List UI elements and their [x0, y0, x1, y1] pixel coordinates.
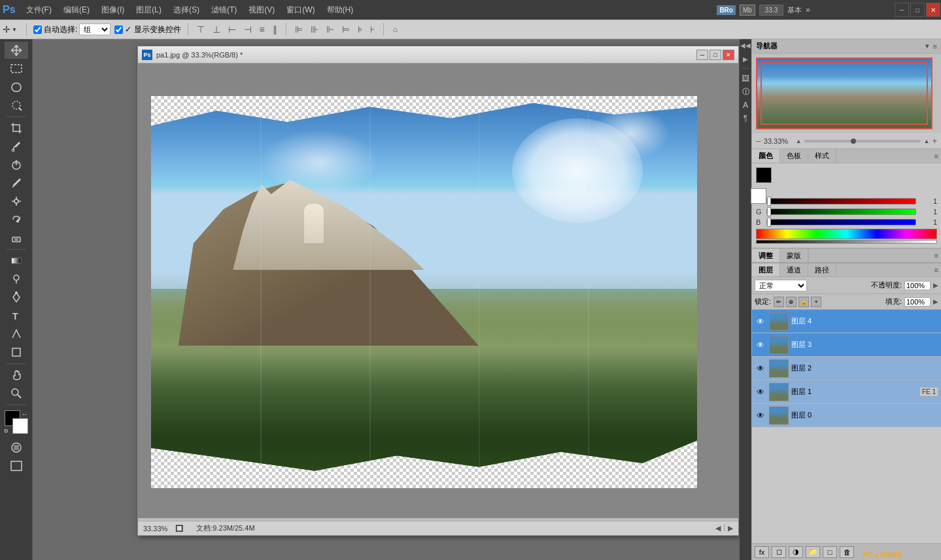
- layer-item-0[interactable]: 👁 图层 0: [752, 404, 941, 427]
- navigator-strip-icon[interactable]: 🖼: [742, 74, 749, 83]
- layer-item-4[interactable]: 👁 图层 4: [752, 310, 941, 333]
- menu-image[interactable]: 图像(I): [96, 3, 129, 17]
- color-spectrum[interactable]: [756, 229, 937, 239]
- distrib-left-btn[interactable]: ⊫: [293, 24, 305, 35]
- distrib-center-btn[interactable]: ⊪: [309, 24, 320, 35]
- quick-mask-btn[interactable]: [5, 439, 28, 456]
- tab-color[interactable]: 颜色: [752, 149, 780, 163]
- screen-mode-btn[interactable]: [5, 457, 28, 474]
- align-hcenter-btn[interactable]: ≡: [258, 24, 267, 35]
- spot-heal-tool[interactable]: [5, 156, 28, 173]
- eyedropper-tool[interactable]: [5, 138, 28, 155]
- move-tool-icon[interactable]: ✛: [3, 24, 10, 35]
- pen-tool[interactable]: [5, 289, 28, 306]
- move-tool[interactable]: [5, 42, 28, 59]
- gradient-tool[interactable]: [5, 252, 28, 269]
- zoom-out-icon[interactable]: ─: [756, 137, 761, 145]
- lasso-tool[interactable]: [5, 78, 28, 95]
- fill-input[interactable]: [904, 297, 931, 306]
- menu-layer[interactable]: 图层(L): [131, 3, 167, 17]
- mini-bridge-icon[interactable]: Mb: [740, 5, 755, 16]
- align-bottom-btn[interactable]: ⊢: [226, 24, 238, 35]
- doc-close-btn[interactable]: ✕: [723, 50, 734, 60]
- distrib-top-btn[interactable]: ⊨: [340, 24, 352, 35]
- menu-edit[interactable]: 编辑(E): [58, 3, 95, 17]
- layers-adjust-menu[interactable]: ≡: [934, 252, 938, 259]
- type-tool[interactable]: T: [5, 307, 28, 324]
- layer-item-1[interactable]: 👁 图层 1 FE 1: [752, 380, 941, 404]
- tab-swatches[interactable]: 色板: [780, 149, 808, 163]
- minimize-btn[interactable]: ─: [895, 3, 909, 17]
- layer-2-visibility[interactable]: 👁: [755, 363, 766, 374]
- delete-layer-btn[interactable]: 🗑: [840, 546, 854, 558]
- menu-filter[interactable]: 滤镜(T): [206, 3, 242, 17]
- group-layers-btn[interactable]: 📁: [806, 546, 820, 558]
- zoom-in-icon[interactable]: +: [932, 136, 937, 146]
- color-panel-menu[interactable]: ≡: [934, 152, 938, 160]
- navigator-menu-btn[interactable]: ≡: [933, 42, 937, 50]
- blend-mode-select[interactable]: 正常 溶解 正片叠底: [755, 280, 807, 291]
- marquee-tool[interactable]: [5, 60, 28, 77]
- layer-3-visibility[interactable]: 👁: [755, 339, 766, 351]
- layer-item-3[interactable]: 👁 图层 3: [752, 333, 941, 357]
- navigator-thumbnail[interactable]: [756, 58, 932, 129]
- foreground-color-box[interactable]: [756, 167, 772, 183]
- status-zoom[interactable]: 33.33%: [143, 525, 167, 533]
- scroll-right-btn[interactable]: ▶: [728, 524, 733, 533]
- document-canvas[interactable]: [138, 63, 738, 518]
- tab-styles[interactable]: 样式: [808, 149, 836, 163]
- background-color-box[interactable]: [751, 188, 766, 204]
- lock-extra-btn[interactable]: +: [811, 297, 821, 307]
- hand-tool[interactable]: [5, 367, 28, 384]
- panoramic-image[interactable]: [151, 99, 697, 478]
- menu-file[interactable]: 文件(F): [21, 3, 57, 17]
- add-style-btn[interactable]: fx: [755, 546, 769, 558]
- color-spectrum-bw[interactable]: [756, 240, 937, 244]
- switch-colors-icon[interactable]: ↔: [22, 410, 28, 418]
- tab-masks[interactable]: 蒙版: [780, 249, 808, 262]
- dodge-tool[interactable]: [5, 271, 28, 288]
- opacity-arrow[interactable]: ▶: [933, 282, 938, 289]
- lock-pixels-btn[interactable]: ✏: [774, 297, 784, 307]
- add-mask-btn[interactable]: ◻: [772, 546, 786, 558]
- layer-item-2[interactable]: 👁 图层 2: [752, 357, 941, 380]
- doc-restore-btn[interactable]: □: [710, 50, 721, 60]
- new-layer-btn[interactable]: □: [823, 546, 837, 558]
- eraser-tool[interactable]: [5, 229, 28, 246]
- default-colors-icon[interactable]: D: [5, 428, 9, 434]
- distrib-right-btn[interactable]: ⊩: [324, 24, 336, 35]
- menu-help[interactable]: 帮助(H): [322, 3, 359, 17]
- layer-4-visibility[interactable]: 👁: [755, 316, 766, 327]
- menu-view[interactable]: 视图(V): [243, 3, 280, 17]
- clone-tool[interactable]: [5, 193, 28, 210]
- align-left-btn[interactable]: ⊣: [242, 24, 254, 35]
- auto-select-checkbox[interactable]: [33, 25, 42, 34]
- path-select-tool[interactable]: [5, 325, 28, 342]
- collapse-left-icon[interactable]: ◀◀: [740, 42, 751, 49]
- background-color[interactable]: [12, 418, 28, 434]
- crop-tool[interactable]: [5, 120, 28, 137]
- menu-window[interactable]: 窗口(W): [281, 3, 320, 17]
- r-slider[interactable]: [766, 198, 916, 205]
- paragraph-strip-icon[interactable]: ¶: [744, 114, 747, 123]
- zoom-dropdown[interactable]: 33.3: [759, 5, 783, 16]
- tab-paths[interactable]: 路径: [808, 263, 836, 276]
- close-btn[interactable]: ✕: [926, 3, 940, 17]
- expand-right-icon[interactable]: ▶: [743, 56, 748, 63]
- shape-tool[interactable]: [5, 344, 28, 361]
- lock-position-btn[interactable]: ⊕: [786, 297, 796, 307]
- show-transform-checkbox[interactable]: [114, 25, 123, 34]
- auto-align-btn[interactable]: ⌂: [390, 25, 400, 34]
- type-strip-icon[interactable]: A: [743, 101, 749, 110]
- restore-btn[interactable]: □: [910, 3, 925, 17]
- layer-1-visibility[interactable]: 👁: [755, 386, 766, 398]
- layers-menu[interactable]: ≡: [934, 266, 938, 274]
- history-brush-tool[interactable]: [5, 211, 28, 228]
- distrib-bottom-btn[interactable]: ⊦: [368, 24, 377, 35]
- navigator-collapse-btn[interactable]: ▼: [924, 42, 931, 50]
- info-strip-icon[interactable]: ⓘ: [742, 87, 749, 97]
- opacity-input[interactable]: [904, 281, 931, 290]
- zoom-slider[interactable]: [804, 140, 921, 142]
- b-slider[interactable]: [766, 219, 916, 225]
- align-top-btn[interactable]: ⊤: [195, 24, 207, 35]
